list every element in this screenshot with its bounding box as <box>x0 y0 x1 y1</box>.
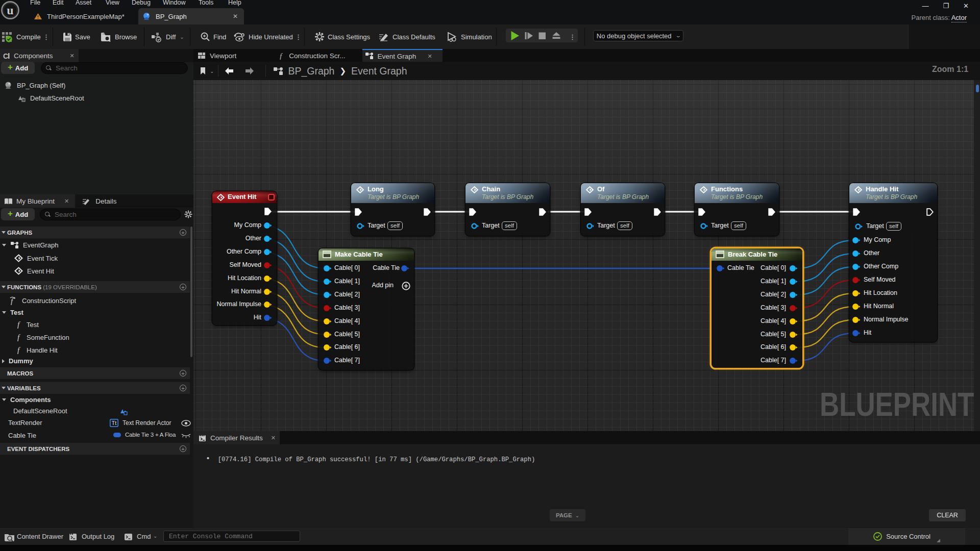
svg-text:C: C <box>3 52 8 60</box>
svg-text:Tt: Tt <box>112 420 117 426</box>
svg-text:u: u <box>7 4 13 17</box>
svg-text:f: f <box>280 52 283 60</box>
svg-text:f: f <box>17 346 20 354</box>
svg-text:f: f <box>17 333 20 341</box>
svg-text:f: f <box>11 297 14 305</box>
svg-text:f: f <box>17 320 20 329</box>
svg-text:C: C <box>22 98 25 102</box>
